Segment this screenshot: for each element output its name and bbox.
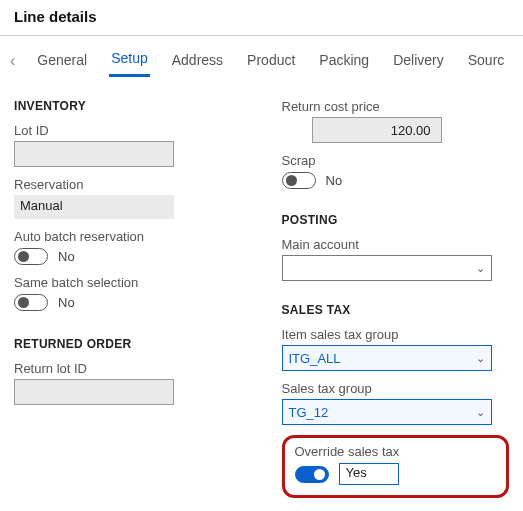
page-title: Line details: [0, 0, 523, 35]
returned-order-heading: RETURNED ORDER: [14, 337, 242, 351]
main-account-label: Main account: [282, 237, 510, 252]
tab-address[interactable]: Address: [170, 46, 225, 76]
scrap-label: Scrap: [282, 153, 510, 168]
tab-sourcing-cut[interactable]: Sourc: [466, 46, 507, 76]
same-batch-value: No: [58, 295, 75, 310]
item-tax-group-value: ITG_ALL: [289, 351, 341, 366]
tabs-prev-chevron[interactable]: ‹: [10, 46, 15, 76]
main-account-select[interactable]: ⌄: [282, 255, 492, 281]
right-column: Return cost price Scrap No POSTING Main …: [282, 87, 510, 498]
lot-id-label: Lot ID: [14, 123, 242, 138]
auto-batch-toggle[interactable]: [14, 248, 48, 265]
same-batch-toggle[interactable]: [14, 294, 48, 311]
left-column: INVENTORY Lot ID Reservation Manual Auto…: [14, 87, 242, 498]
inventory-heading: INVENTORY: [14, 99, 242, 113]
return-lot-id-label: Return lot ID: [14, 361, 242, 376]
chevron-down-icon: ⌄: [476, 352, 485, 365]
sales-tax-group-select[interactable]: TG_12 ⌄: [282, 399, 492, 425]
override-highlight-box: Override sales tax Yes: [282, 435, 510, 498]
reservation-label: Reservation: [14, 177, 242, 192]
tab-delivery[interactable]: Delivery: [391, 46, 446, 76]
chevron-down-icon: ⌄: [476, 262, 485, 275]
item-tax-group-select[interactable]: ITG_ALL ⌄: [282, 345, 492, 371]
chevron-down-icon: ⌄: [476, 406, 485, 419]
override-label: Override sales tax: [295, 444, 497, 459]
return-cost-label: Return cost price: [282, 99, 510, 114]
lot-id-input[interactable]: [14, 141, 174, 167]
tab-packing[interactable]: Packing: [317, 46, 371, 76]
tab-setup[interactable]: Setup: [109, 44, 150, 77]
return-lot-id-input[interactable]: [14, 379, 174, 405]
override-toggle[interactable]: [295, 466, 329, 483]
scrap-value: No: [326, 173, 343, 188]
auto-batch-value: No: [58, 249, 75, 264]
tab-bar: ‹ General Setup Address Product Packing …: [0, 36, 523, 77]
scrap-toggle[interactable]: [282, 172, 316, 189]
posting-heading: POSTING: [282, 213, 510, 227]
return-cost-input[interactable]: [312, 117, 442, 143]
reservation-value[interactable]: Manual: [14, 195, 174, 219]
sales-tax-group-label: Sales tax group: [282, 381, 510, 396]
same-batch-label: Same batch selection: [14, 275, 242, 290]
item-tax-group-label: Item sales tax group: [282, 327, 510, 342]
sales-tax-heading: SALES TAX: [282, 303, 510, 317]
override-value: Yes: [339, 463, 399, 485]
sales-tax-group-value: TG_12: [289, 405, 329, 420]
auto-batch-label: Auto batch reservation: [14, 229, 242, 244]
tab-general[interactable]: General: [35, 46, 89, 76]
tab-product[interactable]: Product: [245, 46, 297, 76]
